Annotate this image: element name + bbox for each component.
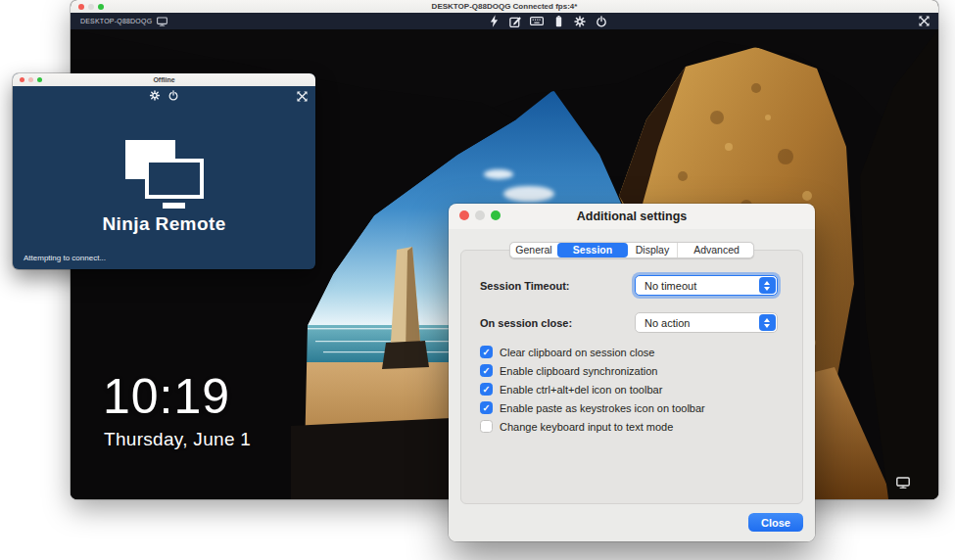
power-icon[interactable]: [167, 89, 179, 101]
fullscreen-expand-icon[interactable]: [917, 15, 931, 28]
clear-clipboard-checkbox[interactable]: [480, 346, 493, 358]
checkbox-row: Clear clipboard on session close: [480, 345, 654, 359]
toolbar-action-icons: [487, 15, 608, 28]
monitor-icon: [157, 17, 167, 26]
session-timeout-dropdown[interactable]: No timeout: [635, 275, 778, 296]
ninja-remote-logo: [125, 140, 204, 210]
device-name-label: DESKTOP-Q88DOQG: [80, 17, 167, 26]
gear-icon[interactable]: [149, 89, 161, 101]
screenshot-canvas: DESKTOP-Q88DOQG Connected fps:4* DESKTOP…: [0, 0, 955, 560]
on-session-close-label: On session close:: [480, 317, 572, 329]
dropdown-stepper-icon: [759, 277, 776, 294]
checkbox-label: Enable ctrl+alt+del icon on toolbar: [500, 384, 662, 396]
lock-screen-time: 10:19: [103, 370, 230, 424]
checkbox-label: Change keyboard input to text mode: [500, 421, 673, 433]
monitor-stand: [163, 203, 185, 209]
checkbox-label: Clear clipboard on session close: [500, 347, 654, 358]
additional-settings-dialog: Additional settings General Session Disp…: [449, 204, 815, 541]
tab-advanced[interactable]: Advanced: [677, 243, 754, 257]
on-session-close-value: No action: [636, 317, 759, 329]
paste-keystrokes-checkbox[interactable]: [480, 401, 493, 414]
tab-general[interactable]: General: [510, 243, 557, 257]
monitor-icon[interactable]: [896, 477, 910, 489]
tab-display[interactable]: Display: [628, 243, 677, 257]
checkbox-row: Change keyboard input to text mode: [480, 419, 673, 434]
fullscreen-expand-icon[interactable]: [296, 90, 308, 102]
checkbox-row: Enable ctrl+alt+del icon on toolbar: [480, 382, 662, 397]
dialog-title: Additional settings: [449, 210, 815, 223]
session-timeout-label: Session Timeout:: [480, 280, 569, 292]
on-session-close-dropdown[interactable]: No action: [635, 312, 778, 333]
ninja-toolbar: [13, 86, 315, 112]
close-button[interactable]: Close: [748, 513, 803, 532]
main-titlebar: DESKTOP-Q88DOQG Connected fps:4*: [71, 0, 938, 13]
main-window-title: DESKTOP-Q88DOQG Connected fps:4*: [71, 0, 938, 13]
power-icon[interactable]: [595, 15, 608, 28]
clipboard-sync-checkbox[interactable]: [480, 364, 493, 377]
battery-icon[interactable]: [551, 15, 565, 28]
gear-icon[interactable]: [573, 15, 587, 28]
lightning-icon[interactable]: [487, 15, 501, 28]
device-name-text: DESKTOP-Q88DOQG: [80, 18, 152, 24]
keyboard-icon[interactable]: [530, 15, 544, 28]
ninja-remote-window: Offline Ninja Remote Attempting to conne…: [13, 73, 315, 269]
brand-name: Ninja Remote: [13, 213, 315, 235]
checkbox-row: Enable clipboard synchronization: [480, 363, 657, 378]
checkbox-label: Enable paste as keystrokes icon on toolb…: [500, 402, 705, 414]
edit-icon[interactable]: [508, 15, 522, 28]
monitor-icon: [145, 159, 204, 199]
session-timeout-value: No timeout: [636, 280, 759, 292]
connection-status-text: Attempting to connect...: [24, 254, 106, 262]
session-toolbar: DESKTOP-Q88DOQG: [71, 13, 938, 29]
ninja-window-title: Offline: [13, 73, 315, 86]
lock-screen-date: Thursday, June 1: [104, 429, 251, 450]
settings-tabs: General Session Display Advanced: [509, 242, 754, 258]
ninja-titlebar: Offline: [13, 73, 315, 86]
checkbox-row: Enable paste as keystrokes icon on toolb…: [480, 400, 705, 415]
dropdown-stepper-icon: [759, 314, 776, 331]
tab-session[interactable]: Session: [557, 243, 628, 257]
ctrl-alt-del-checkbox[interactable]: [480, 383, 493, 396]
checkbox-label: Enable clipboard synchronization: [500, 365, 657, 377]
keyboard-text-mode-checkbox[interactable]: [480, 420, 493, 433]
